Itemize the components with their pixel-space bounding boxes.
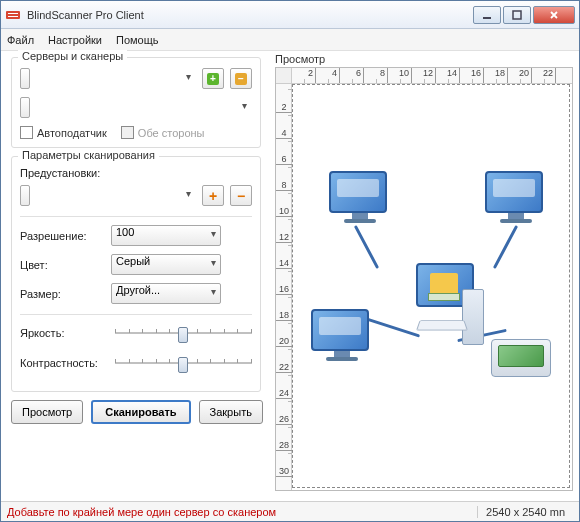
ruler-tick: 22 [276, 362, 292, 373]
preview-canvas[interactable] [292, 84, 570, 488]
close-app-button[interactable]: Закрыть [199, 400, 263, 424]
statusbar: Добавьте по крайней мере один сервер со … [1, 501, 579, 521]
ruler-tick: 14 [276, 258, 292, 269]
remove-server-button[interactable]: − [230, 68, 252, 89]
ruler-tick: 6 [276, 154, 292, 165]
plus-icon: + [207, 73, 219, 85]
ruler-tick: 18 [484, 68, 508, 83]
computer-icon [485, 171, 547, 225]
close-button[interactable] [533, 6, 575, 24]
svg-rect-3 [483, 17, 491, 19]
ruler-tick: 12 [412, 68, 436, 83]
computer-icon [329, 171, 391, 225]
titlebar: BlindScanner Pro Client [1, 1, 579, 29]
ruler-tick: 22 [532, 68, 556, 83]
contrast-label: Контрастность: [20, 357, 115, 369]
minimize-button[interactable] [473, 6, 501, 24]
app-window: BlindScanner Pro Client Файл Настройки П… [0, 0, 580, 522]
preview-button[interactable]: Просмотр [11, 400, 83, 424]
svg-rect-1 [8, 13, 18, 14]
maximize-button[interactable] [503, 6, 531, 24]
ruler-corner [276, 68, 292, 84]
app-icon [5, 7, 21, 23]
ruler-tick: 12 [276, 232, 292, 243]
divider [20, 216, 252, 217]
scan-button[interactable]: Сканировать [91, 400, 190, 424]
contrast-slider[interactable] [115, 353, 252, 373]
menu-file[interactable]: Файл [7, 34, 34, 46]
resolution-select[interactable]: 100 [111, 225, 221, 246]
slider-thumb [178, 357, 188, 373]
color-label: Цвет: [20, 259, 105, 271]
svg-rect-4 [513, 11, 521, 19]
both-sides-checkbox: Обе стороны [121, 126, 205, 139]
ruler-tick: 4 [316, 68, 340, 83]
ruler-vertical: 24681012141618202224262830 [276, 84, 292, 490]
svg-rect-0 [6, 11, 20, 19]
scanner-icon [491, 339, 551, 377]
left-panel: Серверы и сканеры + − Автоподатчик [1, 51, 271, 501]
checkbox-icon [121, 126, 134, 139]
add-preset-button[interactable]: + [202, 185, 224, 206]
plus-icon: + [209, 188, 217, 204]
svg-rect-2 [8, 16, 18, 17]
ruler-tick: 16 [460, 68, 484, 83]
ruler-tick: 6 [340, 68, 364, 83]
ruler-tick: 14 [436, 68, 460, 83]
minus-icon: − [237, 188, 245, 204]
brightness-label: Яркость: [20, 327, 115, 339]
ruler-tick: 26 [276, 414, 292, 425]
scanner-select[interactable] [20, 97, 252, 118]
ruler-tick: 4 [276, 128, 292, 139]
servers-group-label: Серверы и сканеры [18, 50, 127, 62]
minus-icon: − [235, 73, 247, 85]
status-message: Добавьте по крайней мере один сервер со … [7, 506, 477, 518]
ruler-tick: 24 [276, 388, 292, 399]
server-select[interactable] [20, 68, 196, 89]
right-panel: Просмотр 246810121416182022 246810121416… [271, 51, 579, 501]
window-controls [473, 6, 575, 24]
ruler-tick: 30 [276, 466, 292, 477]
ruler-tick: 28 [276, 440, 292, 451]
brightness-slider[interactable] [115, 323, 252, 343]
menu-settings[interactable]: Настройки [48, 34, 102, 46]
preview-area: 246810121416182022 246810121416182022242… [275, 67, 573, 491]
ruler-tick: 18 [276, 310, 292, 321]
preview-label: Просмотр [275, 53, 573, 65]
ruler-tick: 10 [276, 206, 292, 217]
auto-feeder-checkbox[interactable]: Автоподатчик [20, 126, 107, 139]
presets-label: Предустановки: [20, 167, 252, 179]
servers-group: Серверы и сканеры + − Автоподатчик [11, 57, 261, 148]
ruler-horizontal: 246810121416182022 [292, 68, 572, 84]
params-group-label: Параметры сканирования [18, 149, 159, 161]
remove-preset-button[interactable]: − [230, 185, 252, 206]
status-dimensions: 2540 x 2540 mn [477, 506, 573, 518]
preset-select[interactable] [20, 185, 196, 206]
ruler-tick: 20 [508, 68, 532, 83]
divider [20, 314, 252, 315]
window-title: BlindScanner Pro Client [27, 9, 473, 21]
slider-thumb [178, 327, 188, 343]
computer-icon [311, 309, 373, 363]
ruler-tick: 2 [292, 68, 316, 83]
color-select[interactable]: Серый [111, 254, 221, 275]
size-label: Размер: [20, 288, 105, 300]
ruler-tick: 2 [276, 102, 292, 113]
server-icon [416, 263, 486, 353]
size-select[interactable]: Другой... [111, 283, 221, 304]
network-illustration [311, 171, 551, 401]
ruler-tick: 8 [364, 68, 388, 83]
ruler-tick: 10 [388, 68, 412, 83]
ruler-tick: 16 [276, 284, 292, 295]
ruler-tick: 20 [276, 336, 292, 347]
action-buttons: Просмотр Сканировать Закрыть [11, 400, 261, 424]
menubar: Файл Настройки Помощь [1, 29, 579, 51]
checkbox-icon [20, 126, 33, 139]
menu-help[interactable]: Помощь [116, 34, 159, 46]
resolution-label: Разрешение: [20, 230, 105, 242]
add-server-button[interactable]: + [202, 68, 224, 89]
ruler-tick: 8 [276, 180, 292, 191]
params-group: Параметры сканирования Предустановки: + … [11, 156, 261, 392]
